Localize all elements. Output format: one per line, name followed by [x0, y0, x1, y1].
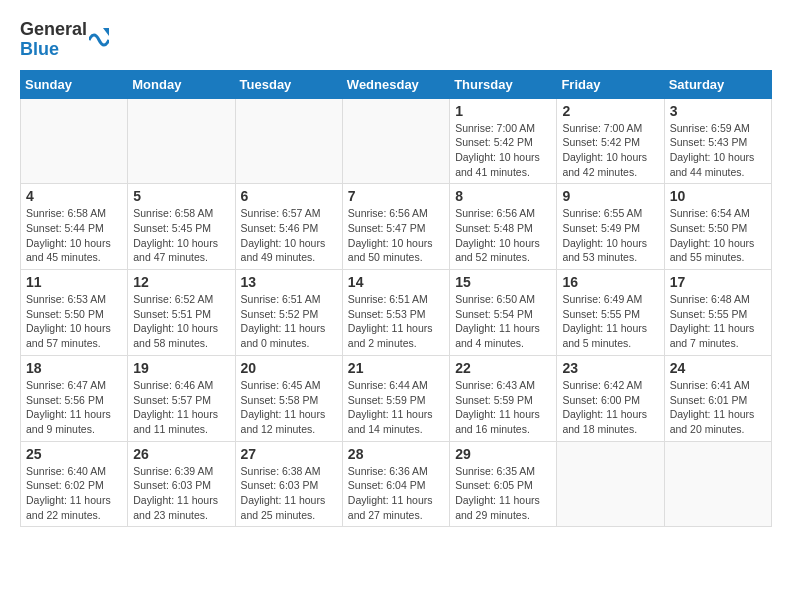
- day-number: 16: [562, 274, 658, 290]
- day-header-thursday: Thursday: [450, 70, 557, 98]
- calendar-cell: 26Sunrise: 6:39 AMSunset: 6:03 PMDayligh…: [128, 441, 235, 527]
- calendar-table: SundayMondayTuesdayWednesdayThursdayFrid…: [20, 70, 772, 528]
- calendar-cell: 15Sunrise: 6:50 AMSunset: 5:54 PMDayligh…: [450, 270, 557, 356]
- day-number: 24: [670, 360, 766, 376]
- day-info: Sunrise: 6:41 AMSunset: 6:01 PMDaylight:…: [670, 378, 766, 437]
- calendar-cell: 27Sunrise: 6:38 AMSunset: 6:03 PMDayligh…: [235, 441, 342, 527]
- day-number: 25: [26, 446, 122, 462]
- day-info: Sunrise: 7:00 AMSunset: 5:42 PMDaylight:…: [562, 121, 658, 180]
- day-number: 20: [241, 360, 337, 376]
- calendar-cell: [235, 98, 342, 184]
- day-info: Sunrise: 6:35 AMSunset: 6:05 PMDaylight:…: [455, 464, 551, 523]
- day-number: 22: [455, 360, 551, 376]
- day-number: 15: [455, 274, 551, 290]
- day-number: 7: [348, 188, 444, 204]
- day-info: Sunrise: 6:58 AMSunset: 5:44 PMDaylight:…: [26, 206, 122, 265]
- day-number: 21: [348, 360, 444, 376]
- calendar-week-row: 11Sunrise: 6:53 AMSunset: 5:50 PMDayligh…: [21, 270, 772, 356]
- calendar-cell: 9Sunrise: 6:55 AMSunset: 5:49 PMDaylight…: [557, 184, 664, 270]
- day-header-monday: Monday: [128, 70, 235, 98]
- day-number: 8: [455, 188, 551, 204]
- day-number: 13: [241, 274, 337, 290]
- day-info: Sunrise: 6:50 AMSunset: 5:54 PMDaylight:…: [455, 292, 551, 351]
- calendar-cell: 21Sunrise: 6:44 AMSunset: 5:59 PMDayligh…: [342, 355, 449, 441]
- day-info: Sunrise: 6:47 AMSunset: 5:56 PMDaylight:…: [26, 378, 122, 437]
- day-info: Sunrise: 6:46 AMSunset: 5:57 PMDaylight:…: [133, 378, 229, 437]
- day-info: Sunrise: 6:54 AMSunset: 5:50 PMDaylight:…: [670, 206, 766, 265]
- calendar-cell: 17Sunrise: 6:48 AMSunset: 5:55 PMDayligh…: [664, 270, 771, 356]
- day-info: Sunrise: 6:58 AMSunset: 5:45 PMDaylight:…: [133, 206, 229, 265]
- calendar-cell: [557, 441, 664, 527]
- calendar-cell: 3Sunrise: 6:59 AMSunset: 5:43 PMDaylight…: [664, 98, 771, 184]
- day-info: Sunrise: 6:59 AMSunset: 5:43 PMDaylight:…: [670, 121, 766, 180]
- day-info: Sunrise: 7:00 AMSunset: 5:42 PMDaylight:…: [455, 121, 551, 180]
- calendar-cell: 11Sunrise: 6:53 AMSunset: 5:50 PMDayligh…: [21, 270, 128, 356]
- day-info: Sunrise: 6:52 AMSunset: 5:51 PMDaylight:…: [133, 292, 229, 351]
- day-number: 18: [26, 360, 122, 376]
- day-header-tuesday: Tuesday: [235, 70, 342, 98]
- logo-wave-icon: [89, 26, 109, 54]
- calendar-cell: 13Sunrise: 6:51 AMSunset: 5:52 PMDayligh…: [235, 270, 342, 356]
- calendar-cell: [128, 98, 235, 184]
- day-number: 27: [241, 446, 337, 462]
- calendar-header-row: SundayMondayTuesdayWednesdayThursdayFrid…: [21, 70, 772, 98]
- day-number: 14: [348, 274, 444, 290]
- day-info: Sunrise: 6:51 AMSunset: 5:53 PMDaylight:…: [348, 292, 444, 351]
- calendar-week-row: 4Sunrise: 6:58 AMSunset: 5:44 PMDaylight…: [21, 184, 772, 270]
- day-info: Sunrise: 6:36 AMSunset: 6:04 PMDaylight:…: [348, 464, 444, 523]
- calendar-cell: 14Sunrise: 6:51 AMSunset: 5:53 PMDayligh…: [342, 270, 449, 356]
- calendar-cell: [21, 98, 128, 184]
- day-number: 11: [26, 274, 122, 290]
- calendar-cell: 19Sunrise: 6:46 AMSunset: 5:57 PMDayligh…: [128, 355, 235, 441]
- day-number: 9: [562, 188, 658, 204]
- day-info: Sunrise: 6:56 AMSunset: 5:48 PMDaylight:…: [455, 206, 551, 265]
- day-info: Sunrise: 6:45 AMSunset: 5:58 PMDaylight:…: [241, 378, 337, 437]
- day-number: 29: [455, 446, 551, 462]
- svg-marker-0: [103, 28, 109, 36]
- day-number: 12: [133, 274, 229, 290]
- day-header-friday: Friday: [557, 70, 664, 98]
- logo: GeneralBlue: [20, 20, 109, 60]
- day-number: 10: [670, 188, 766, 204]
- calendar-cell: 10Sunrise: 6:54 AMSunset: 5:50 PMDayligh…: [664, 184, 771, 270]
- day-number: 4: [26, 188, 122, 204]
- day-header-wednesday: Wednesday: [342, 70, 449, 98]
- day-number: 19: [133, 360, 229, 376]
- logo-text: GeneralBlue: [20, 20, 87, 60]
- calendar-cell: 12Sunrise: 6:52 AMSunset: 5:51 PMDayligh…: [128, 270, 235, 356]
- day-info: Sunrise: 6:53 AMSunset: 5:50 PMDaylight:…: [26, 292, 122, 351]
- calendar-cell: 5Sunrise: 6:58 AMSunset: 5:45 PMDaylight…: [128, 184, 235, 270]
- calendar-cell: 1Sunrise: 7:00 AMSunset: 5:42 PMDaylight…: [450, 98, 557, 184]
- day-info: Sunrise: 6:43 AMSunset: 5:59 PMDaylight:…: [455, 378, 551, 437]
- calendar-cell: 24Sunrise: 6:41 AMSunset: 6:01 PMDayligh…: [664, 355, 771, 441]
- day-info: Sunrise: 6:44 AMSunset: 5:59 PMDaylight:…: [348, 378, 444, 437]
- day-number: 23: [562, 360, 658, 376]
- day-number: 5: [133, 188, 229, 204]
- day-info: Sunrise: 6:48 AMSunset: 5:55 PMDaylight:…: [670, 292, 766, 351]
- calendar-cell: 25Sunrise: 6:40 AMSunset: 6:02 PMDayligh…: [21, 441, 128, 527]
- calendar-cell: 7Sunrise: 6:56 AMSunset: 5:47 PMDaylight…: [342, 184, 449, 270]
- calendar-cell: 29Sunrise: 6:35 AMSunset: 6:05 PMDayligh…: [450, 441, 557, 527]
- day-number: 2: [562, 103, 658, 119]
- day-header-saturday: Saturday: [664, 70, 771, 98]
- calendar-cell: [342, 98, 449, 184]
- calendar-cell: 18Sunrise: 6:47 AMSunset: 5:56 PMDayligh…: [21, 355, 128, 441]
- day-info: Sunrise: 6:40 AMSunset: 6:02 PMDaylight:…: [26, 464, 122, 523]
- day-info: Sunrise: 6:42 AMSunset: 6:00 PMDaylight:…: [562, 378, 658, 437]
- day-info: Sunrise: 6:51 AMSunset: 5:52 PMDaylight:…: [241, 292, 337, 351]
- calendar-week-row: 1Sunrise: 7:00 AMSunset: 5:42 PMDaylight…: [21, 98, 772, 184]
- calendar-cell: 23Sunrise: 6:42 AMSunset: 6:00 PMDayligh…: [557, 355, 664, 441]
- day-info: Sunrise: 6:38 AMSunset: 6:03 PMDaylight:…: [241, 464, 337, 523]
- day-number: 17: [670, 274, 766, 290]
- day-info: Sunrise: 6:56 AMSunset: 5:47 PMDaylight:…: [348, 206, 444, 265]
- day-header-sunday: Sunday: [21, 70, 128, 98]
- calendar-cell: [664, 441, 771, 527]
- day-info: Sunrise: 6:55 AMSunset: 5:49 PMDaylight:…: [562, 206, 658, 265]
- day-number: 26: [133, 446, 229, 462]
- calendar-cell: 8Sunrise: 6:56 AMSunset: 5:48 PMDaylight…: [450, 184, 557, 270]
- day-number: 3: [670, 103, 766, 119]
- day-info: Sunrise: 6:49 AMSunset: 5:55 PMDaylight:…: [562, 292, 658, 351]
- calendar-cell: 28Sunrise: 6:36 AMSunset: 6:04 PMDayligh…: [342, 441, 449, 527]
- calendar-cell: 20Sunrise: 6:45 AMSunset: 5:58 PMDayligh…: [235, 355, 342, 441]
- day-info: Sunrise: 6:39 AMSunset: 6:03 PMDaylight:…: [133, 464, 229, 523]
